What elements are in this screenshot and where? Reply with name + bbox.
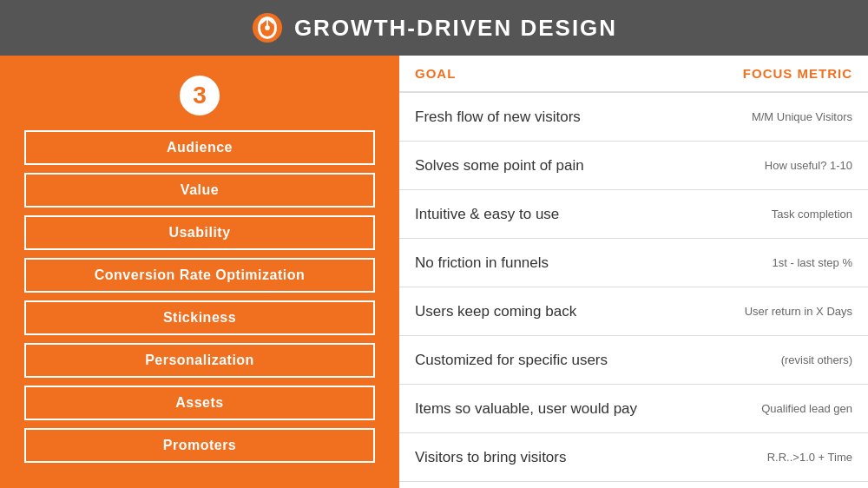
left-items: AudienceValueUsabilityConversion Rate Op… <box>24 130 375 463</box>
left-item-7[interactable]: Promoters <box>24 428 375 463</box>
col-metric-header: FOCUS METRIC <box>696 66 852 81</box>
left-item-6[interactable]: Assets <box>24 386 375 420</box>
right-panel: GOAL FOCUS METRIC Fresh flow of new visi… <box>399 56 868 488</box>
table-row-6: Items so valuable, user would payQualifi… <box>399 385 868 433</box>
col-goal-header: GOAL <box>415 66 696 81</box>
row-metric-0: M/M Unique Visitors <box>696 110 852 123</box>
row-metric-3: 1st - last step % <box>696 256 852 269</box>
row-goal-0: Fresh flow of new visitors <box>415 109 696 126</box>
row-goal-3: No friction in funnels <box>415 254 696 272</box>
row-metric-4: User return in X Days <box>696 305 852 318</box>
header: GROWTH-DRIVEN DESIGN <box>0 0 868 56</box>
left-panel: 3 AudienceValueUsabilityConversion Rate … <box>0 56 399 488</box>
row-goal-2: Intuitive & easy to use <box>415 206 696 223</box>
table-row-2: Intuitive & easy to useTask completion <box>399 190 868 239</box>
table-row-7: Visitors to bring visitorsR.R..>1.0 + Ti… <box>399 433 868 482</box>
row-goal-6: Items so valuable, user would pay <box>415 400 696 418</box>
growth-icon <box>251 11 284 44</box>
left-item-2[interactable]: Usability <box>24 215 375 250</box>
table-header: GOAL FOCUS METRIC <box>399 56 868 93</box>
table-row-0: Fresh flow of new visitorsM/M Unique Vis… <box>399 93 868 142</box>
left-item-4[interactable]: Stickiness <box>24 300 375 335</box>
table-row-4: Users keep coming backUser return in X D… <box>399 287 868 336</box>
row-goal-1: Solves some point of pain <box>415 157 696 175</box>
table-rows: Fresh flow of new visitorsM/M Unique Vis… <box>399 93 868 488</box>
row-goal-4: Users keep coming back <box>415 303 696 320</box>
step-circle: 3 <box>177 73 222 118</box>
left-item-1[interactable]: Value <box>24 173 375 208</box>
row-metric-5: (revisit others) <box>696 353 852 366</box>
row-goal-7: Visitors to bring visitors <box>415 449 696 466</box>
main-content: 3 AudienceValueUsabilityConversion Rate … <box>0 56 868 488</box>
left-item-3[interactable]: Conversion Rate Optimization <box>24 258 375 293</box>
row-metric-2: Task completion <box>696 208 852 221</box>
left-item-0[interactable]: Audience <box>24 130 375 165</box>
table-row-3: No friction in funnels1st - last step % <box>399 239 868 287</box>
table-row-5: Customized for specific users(revisit ot… <box>399 336 868 385</box>
left-item-5[interactable]: Personalization <box>24 343 375 378</box>
row-metric-7: R.R..>1.0 + Time <box>696 451 852 464</box>
header-title: GROWTH-DRIVEN DESIGN <box>294 15 617 42</box>
row-goal-5: Customized for specific users <box>415 352 696 369</box>
row-metric-1: How useful? 1-10 <box>696 159 852 172</box>
table-row-1: Solves some point of painHow useful? 1-1… <box>399 142 868 190</box>
row-metric-6: Qualified lead gen <box>696 402 852 415</box>
